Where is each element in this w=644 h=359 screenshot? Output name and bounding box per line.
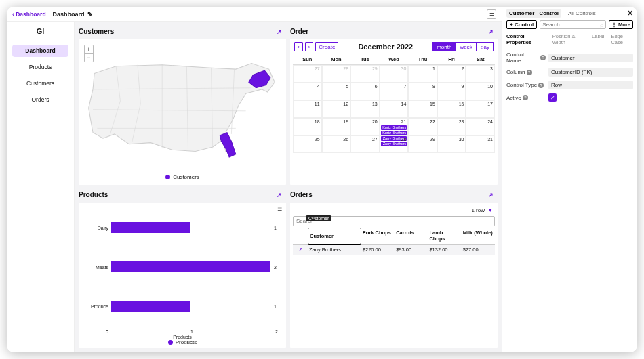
inspector-search[interactable]: ⌕ (540, 20, 606, 29)
active-checkbox[interactable]: ✓ (548, 93, 557, 102)
calendar-cell[interactable]: 16 (437, 100, 466, 118)
open-row-icon[interactable]: ↗ (293, 245, 308, 255)
column-header[interactable]: Milk (Whole) (462, 228, 495, 245)
search-input[interactable]: Customer (293, 216, 495, 226)
calendar-cell[interactable]: 10 (466, 83, 495, 100)
tab-customer-control[interactable]: Customer - Control (506, 9, 561, 18)
column-header[interactable]: Pork Chops (361, 228, 395, 245)
calendar-cell[interactable]: 12 (322, 100, 351, 118)
calendar-cell[interactable]: 25 (293, 135, 322, 153)
menu-icon[interactable]: ≡ (277, 204, 282, 213)
dow-header: Thu (408, 54, 437, 65)
table-cell: $27.00 (462, 245, 495, 255)
filter-icon[interactable]: ▾ (489, 207, 492, 213)
bar[interactable] (111, 261, 270, 272)
dow-header: Wed (380, 54, 409, 65)
expand-icon[interactable]: ↗ (277, 192, 282, 198)
help-icon[interactable]: ? (527, 70, 532, 75)
add-control-button[interactable]: + Control (506, 20, 537, 29)
calendar-cell[interactable]: 4 (293, 83, 322, 100)
logo: GI (7, 27, 74, 35)
calendar-cell[interactable]: 6 (350, 83, 380, 100)
calendar-cell[interactable]: 20 (350, 118, 380, 135)
column-header[interactable]: Carrots (395, 228, 428, 245)
calendar-cell[interactable]: 29 (408, 135, 437, 153)
calendar-cell[interactable]: 17 (466, 100, 495, 118)
column-header[interactable]: Customer (308, 228, 361, 245)
calendar-cell[interactable]: 1 (408, 65, 437, 83)
customers-title: Customers (79, 28, 114, 35)
calendar-cell[interactable]: 21Kurtz BrothersKurtz BrothersZany Broth… (380, 118, 409, 135)
view-week[interactable]: week (456, 42, 477, 51)
calendar-event[interactable]: Kurtz Brothers (381, 131, 407, 135)
zoom-out-button[interactable]: − (85, 54, 93, 62)
prev-button[interactable]: ‹ (294, 42, 303, 51)
calendar-cell[interactable]: 2 (437, 65, 466, 83)
column-header[interactable] (293, 228, 308, 245)
calendar-cell[interactable]: 23 (437, 118, 466, 135)
sidebar-item-products[interactable]: Products (12, 61, 68, 73)
sidebar-item-dashboard[interactable]: Dashboard (12, 45, 68, 57)
calendar-cell[interactable]: 27 (350, 135, 380, 153)
column-header[interactable]: Lamb Chops (428, 228, 461, 245)
calendar-cell[interactable]: 13 (350, 100, 380, 118)
calendar-cell[interactable]: 24 (466, 118, 495, 135)
calendar-cell[interactable]: 26 (322, 135, 351, 153)
subtab[interactable]: Control Properties (506, 33, 546, 45)
prop-control-name-label: Control Name? (506, 51, 546, 64)
calendar-cell[interactable]: 5 (322, 83, 351, 100)
help-icon[interactable]: ? (523, 95, 528, 100)
control-name-field[interactable]: Customer (548, 54, 633, 62)
panel-toggle-icon[interactable]: ☰ (487, 9, 496, 19)
tab-all-controls[interactable]: All Controls (565, 9, 599, 18)
calendar-cell[interactable]: 19 (322, 118, 351, 135)
calendar-cell[interactable]: 31 (466, 135, 495, 153)
subtab[interactable]: Label (592, 33, 604, 45)
calendar-cell[interactable]: 27 (293, 65, 322, 83)
create-button[interactable]: Create (315, 42, 338, 51)
close-icon[interactable]: ✕ (627, 9, 633, 18)
calendar-cell[interactable]: 28 (322, 65, 351, 83)
us-map[interactable]: +− Customers (81, 42, 283, 182)
prop-column-label: Column? (506, 69, 546, 75)
sidebar-item-customers[interactable]: Customers (12, 77, 68, 89)
table-cell: Zany Brothers (308, 245, 361, 255)
calendar-cell[interactable]: 11 (293, 100, 322, 118)
calendar-event[interactable]: Kurtz Brothers (381, 125, 407, 130)
subtab[interactable]: Edge Case (611, 33, 633, 45)
bar[interactable] (111, 222, 190, 233)
expand-icon[interactable]: ↗ (277, 28, 282, 35)
calendar-cell[interactable]: 30 (380, 65, 409, 83)
subtab[interactable]: Position & Width (552, 33, 585, 45)
back-link[interactable]: ‹ Dashboard (12, 11, 46, 18)
column-field[interactable]: CustomerID (FK) (548, 68, 633, 77)
calendar-cell[interactable]: 14 (380, 100, 409, 118)
calendar-cell[interactable]: 30 (437, 135, 466, 153)
expand-icon[interactable]: ↗ (488, 192, 494, 198)
help-icon[interactable]: ? (540, 55, 546, 60)
calendar-cell[interactable]: 28 (380, 135, 409, 153)
breadcrumb: Dashboard✎ (53, 11, 93, 18)
calendar-cell[interactable]: 15 (408, 100, 437, 118)
orders-title: Orders (290, 191, 313, 198)
calendar-cell[interactable]: 22 (408, 118, 437, 135)
dow-header: Fri (437, 54, 466, 65)
expand-icon[interactable]: ↗ (488, 28, 494, 35)
sidebar-item-orders[interactable]: Orders (12, 93, 68, 106)
calendar-cell[interactable]: 18 (293, 118, 322, 135)
calendar-cell[interactable]: 7 (380, 83, 409, 100)
bar[interactable] (111, 301, 190, 312)
bar-row: Meats2 (88, 261, 277, 272)
calendar-cell[interactable]: 8 (408, 83, 437, 100)
calendar-cell[interactable]: 29 (350, 65, 380, 83)
control-type-field[interactable]: Row (548, 81, 633, 89)
view-day[interactable]: day (477, 42, 494, 51)
next-button[interactable]: › (305, 42, 314, 51)
zoom-in-button[interactable]: + (85, 45, 93, 54)
calendar-cell[interactable]: 3 (466, 65, 495, 83)
view-month[interactable]: month (432, 42, 456, 51)
more-button[interactable]: ⋮ More (609, 20, 633, 29)
calendar-cell[interactable]: 9 (437, 83, 466, 100)
help-icon[interactable]: ? (538, 83, 544, 88)
pencil-icon[interactable]: ✎ (87, 11, 93, 18)
